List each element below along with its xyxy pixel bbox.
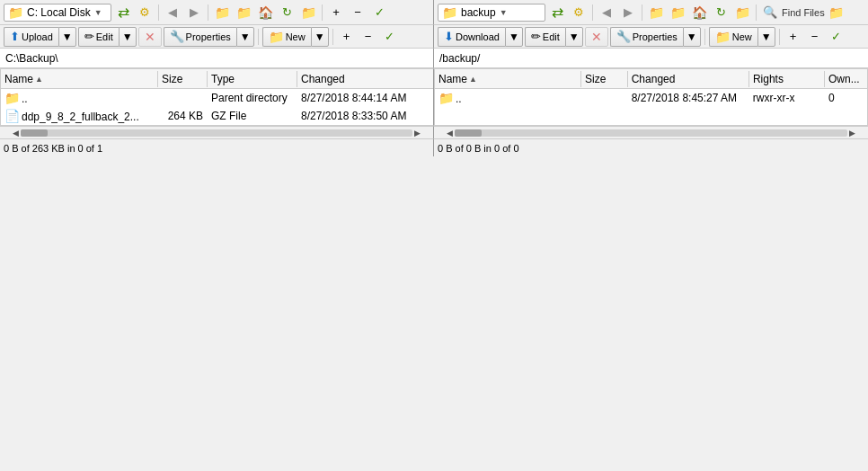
left-name-header[interactable]: Name ▲ [1, 71, 158, 87]
left-collapse-button[interactable]: − [348, 3, 368, 22]
nav-row: 📁 C: Local Disk ▼ ⇄ ⚙ ◀ ▶ 📁 📁 🏠 ↻ 📁 + − … [0, 0, 868, 25]
sep10 [779, 29, 780, 45]
right-toolbar: ⬇ Download ▼ ✏ Edit ▼ ✕ 🔧 Properties ▼ � [434, 25, 868, 49]
upload-dropdown[interactable]: ▼ [58, 27, 76, 47]
right-scroll-track[interactable] [455, 129, 847, 137]
left-scroll-thumb[interactable] [21, 129, 48, 137]
left-scrollbar[interactable]: ◀ ▶ [0, 126, 434, 138]
right-find-button[interactable]: 🔍 [760, 3, 780, 22]
right-expand-button[interactable]: 📁 [827, 3, 846, 22]
left-file-name-gz: 📄ddp_9_8_2_fullback_2... [1, 108, 158, 124]
right-refresh-button[interactable]: ↻ [711, 3, 731, 22]
left-column-headers: Name ▲ Size Type Changed [1, 69, 433, 89]
edit-dropdown[interactable]: ▼ [119, 27, 137, 47]
right-scrollbar[interactable]: ◀ ▶ [434, 126, 868, 138]
right-drive-label: backup [461, 6, 496, 19]
left-file-type-parent: Parent directory [208, 91, 297, 105]
right-file-size-parent [581, 97, 628, 99]
left-expand-button[interactable]: + [326, 3, 346, 22]
left-properties-button[interactable]: 🔧 Properties [164, 27, 236, 47]
left-back-button[interactable]: ◀ [163, 3, 182, 22]
right-check2-button[interactable]: ✓ [827, 27, 846, 47]
right-edit-label: Edit [543, 31, 560, 42]
left-toolbar: ⬆ Upload ▼ ✏ Edit ▼ ✕ 🔧 Properties ▼ 📁 [0, 25, 434, 49]
right-size-header[interactable]: Size [581, 71, 628, 87]
right-edit-button[interactable]: ✏ Edit [525, 27, 565, 47]
right-new-dropdown[interactable]: ▼ [757, 27, 775, 47]
download-icon: ⬇ [444, 30, 454, 43]
right-properties-group: 🔧 Properties ▼ [610, 27, 701, 47]
right-changed-header[interactable]: Changed [628, 71, 749, 87]
left-scroll-track[interactable] [21, 129, 412, 137]
left-forward-button[interactable]: ▶ [184, 3, 204, 22]
right-properties-dropdown[interactable]: ▼ [683, 27, 701, 47]
right-bookmark-button[interactable]: 📁 [732, 3, 752, 22]
new-label: New [286, 31, 306, 42]
right-scroll-thumb[interactable] [455, 129, 482, 137]
right-properties-button[interactable]: 🔧 Properties [610, 27, 683, 47]
right-scroll-right[interactable]: ▶ [847, 129, 857, 138]
right-edit-group: ✏ Edit ▼ [525, 27, 583, 47]
left-drive-selector[interactable]: 📁 C: Local Disk ▼ [4, 4, 111, 22]
right-addfav-button[interactable]: 📁 [668, 3, 687, 22]
right-back-button[interactable]: ◀ [597, 3, 616, 22]
upload-button[interactable]: ⬆ Upload [4, 27, 58, 47]
right-minus-button[interactable]: − [805, 27, 825, 47]
left-bookmark-button[interactable]: 📁 [298, 3, 318, 22]
edit-icon: ✏ [84, 30, 94, 43]
right-sync-button[interactable]: ⇄ [547, 3, 567, 22]
right-delete-button[interactable]: ✕ [585, 27, 608, 47]
right-home-button[interactable]: 🏠 [689, 3, 709, 22]
left-edit-button[interactable]: ✏ Edit [78, 27, 119, 47]
left-scroll-right[interactable]: ▶ [412, 129, 422, 138]
edit-label: Edit [96, 31, 113, 42]
right-properties-label: Properties [633, 31, 678, 42]
left-type-header[interactable]: Type [208, 71, 297, 87]
right-plus-button[interactable]: + [784, 27, 803, 47]
new-dropdown[interactable]: ▼ [311, 27, 329, 47]
left-scroll-left[interactable]: ◀ [11, 129, 21, 138]
left-new-button[interactable]: 📁 New [262, 27, 311, 47]
download-button-group: ⬇ Download ▼ [438, 27, 523, 47]
right-rights-header[interactable]: Rights [749, 71, 825, 87]
right-drive-dropdown-arrow: ▼ [500, 8, 508, 17]
right-delete-icon: ✕ [591, 30, 602, 44]
right-forward-button[interactable]: ▶ [618, 3, 638, 22]
left-sync-button[interactable]: ⇄ [113, 3, 133, 22]
sort-arrow-name: ▲ [35, 75, 43, 84]
right-newfolder-button[interactable]: 📁 [646, 3, 666, 22]
left-file-row-parent[interactable]: 📁.. Parent directory 8/27/2018 8:44:14 A… [1, 89, 433, 107]
left-file-size-gz: 264 KB [158, 109, 208, 123]
left-addfav-button[interactable]: 📁 [234, 3, 253, 22]
right-drive-selector[interactable]: 📁 backup ▼ [438, 4, 545, 22]
left-check2-button[interactable]: ✓ [380, 27, 400, 47]
right-scroll-left[interactable]: ◀ [445, 129, 455, 138]
left-gear-button[interactable]: ⚙ [135, 3, 155, 22]
left-check-button[interactable]: ✓ [369, 3, 389, 22]
left-new-group: 📁 New ▼ [262, 27, 329, 47]
right-owner-header[interactable]: Own... [825, 71, 867, 87]
left-refresh-button[interactable]: ↻ [277, 3, 297, 22]
right-new-button[interactable]: 📁 New [709, 27, 757, 47]
left-home-button[interactable]: 🏠 [255, 3, 275, 22]
download-dropdown[interactable]: ▼ [505, 27, 523, 47]
right-location-text: /backup/ [438, 52, 482, 65]
properties-dropdown[interactable]: ▼ [236, 27, 254, 47]
left-status-text: 0 B of 263 KB in 0 of 1 [4, 143, 102, 154]
left-delete-button[interactable]: ✕ [138, 27, 162, 47]
left-file-row-gz[interactable]: 📄ddp_9_8_2_fullback_2... 264 KB GZ File … [1, 107, 433, 125]
download-button[interactable]: ⬇ Download [438, 27, 505, 47]
right-name-header[interactable]: Name ▲ [435, 71, 581, 87]
right-file-row-parent[interactable]: 📁.. 8/27/2018 8:45:27 AM rwxr-xr-x 0 [435, 89, 867, 107]
left-size-header[interactable]: Size [158, 71, 208, 87]
right-new-label: New [732, 31, 752, 42]
left-newfolder-button[interactable]: 📁 [212, 3, 232, 22]
left-minus-button[interactable]: − [359, 27, 378, 47]
left-changed-header[interactable]: Changed [297, 71, 428, 87]
left-file-list: 📁.. Parent directory 8/27/2018 8:44:14 A… [1, 89, 433, 125]
left-plus-button[interactable]: + [337, 27, 357, 47]
sep2 [208, 4, 208, 21]
right-edit-dropdown[interactable]: ▼ [565, 27, 583, 47]
right-file-pane: Name ▲ Size Changed Rights Own... 📁.. [434, 68, 868, 126]
right-gear-button[interactable]: ⚙ [569, 3, 589, 22]
